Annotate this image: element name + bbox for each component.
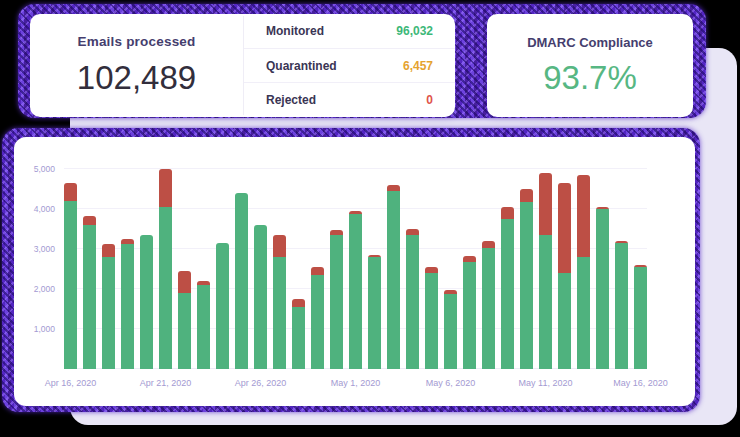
glitch-border-top: Emails processed 102,489 Monitored 96,03… <box>18 4 706 118</box>
bar-segment-monitored <box>197 285 210 369</box>
stacked-bar <box>197 281 210 369</box>
bar-segment-quarantined <box>178 271 191 293</box>
stacked-bar <box>254 225 267 369</box>
bar-segment-monitored <box>615 243 628 369</box>
bar-segment-monitored <box>83 225 96 369</box>
stacked-bar <box>83 216 96 369</box>
bar-segment-quarantined <box>159 169 172 207</box>
x-axis-tick-label: May 1, 2020 <box>331 378 381 388</box>
bar-segment-monitored <box>520 202 533 369</box>
dmarc-compliance-label: DMARC Compliance <box>527 35 653 50</box>
emails-processed-value: 102,489 <box>77 59 196 97</box>
quarantined-value: 6,457 <box>403 59 433 73</box>
stacked-bar <box>482 241 495 369</box>
stacked-bar <box>349 211 362 369</box>
x-axis-tick-label: May 16, 2020 <box>613 378 668 388</box>
bar-segment-monitored <box>121 244 134 369</box>
bar-segment-monitored <box>558 273 571 369</box>
y-axis-tick-label: 1,000 <box>34 324 55 334</box>
stacked-bar <box>178 271 191 369</box>
x-axis-tick-label: Apr 21, 2020 <box>140 378 192 388</box>
stacked-bar <box>121 239 134 369</box>
bar-segment-monitored <box>311 275 324 369</box>
bar-segment-quarantined <box>501 207 514 219</box>
stacked-bar <box>235 193 248 369</box>
dashboard: Emails processed 102,489 Monitored 96,03… <box>0 0 740 437</box>
stacked-bar <box>140 235 153 369</box>
bar-segment-quarantined <box>311 267 324 275</box>
bar-segment-monitored <box>254 225 267 369</box>
bar-segment-monitored <box>634 267 647 369</box>
bar-segment-monitored <box>387 191 400 369</box>
y-axis-tick-label: 5,000 <box>34 164 55 174</box>
bar-segment-quarantined <box>558 183 571 273</box>
chart-plot: 1,0002,0003,0004,0005,000Apr 16, 2020Apr… <box>64 159 647 369</box>
bar-segment-quarantined <box>273 235 286 257</box>
stacked-bar <box>273 235 286 369</box>
bar-segment-quarantined <box>102 244 115 257</box>
bar-segment-monitored <box>482 248 495 369</box>
quarantined-row: Quarantined 6,457 <box>244 48 455 83</box>
stacked-bar <box>368 255 381 369</box>
bar-segment-monitored <box>216 243 229 369</box>
bar-segment-monitored <box>577 257 590 369</box>
stacked-bar <box>406 229 419 369</box>
bar-segment-monitored <box>273 257 286 369</box>
stacked-bar <box>292 299 305 369</box>
x-axis-tick-label: Apr 26, 2020 <box>235 378 287 388</box>
emails-processed-label: Emails processed <box>77 34 195 49</box>
stacked-bar <box>558 183 571 369</box>
rejected-value: 0 <box>426 93 433 107</box>
bar-segment-monitored <box>406 235 419 369</box>
y-axis-tick-label: 4,000 <box>34 204 55 214</box>
bar-segment-quarantined <box>482 241 495 248</box>
bar-segment-quarantined <box>64 183 77 201</box>
monitored-value: 96,032 <box>396 24 433 38</box>
bar-segment-monitored <box>178 293 191 369</box>
bar-segment-monitored <box>140 235 153 369</box>
y-axis-tick-label: 2,000 <box>34 284 55 294</box>
monitored-row: Monitored 96,032 <box>244 14 455 48</box>
stacked-bar <box>102 244 115 369</box>
glitch-border-chart: 1,0002,0003,0004,0005,000Apr 16, 2020Apr… <box>2 128 700 412</box>
bar-segment-monitored <box>102 257 115 369</box>
email-breakdown-list: Monitored 96,032 Quarantined 6,457 Rejec… <box>244 14 455 117</box>
stacked-bar <box>311 267 324 369</box>
stacked-bar <box>444 290 457 369</box>
gridline <box>64 168 647 169</box>
bar-segment-monitored <box>444 294 457 369</box>
bar-segment-monitored <box>349 214 362 369</box>
email-volume-chart-card: 1,0002,0003,0004,0005,000Apr 16, 2020Apr… <box>14 137 695 406</box>
bar-segment-monitored <box>425 273 438 369</box>
bar-segment-quarantined <box>520 189 533 202</box>
stacked-bar <box>387 185 400 369</box>
stacked-bar <box>596 207 609 369</box>
bar-segment-quarantined <box>539 173 552 235</box>
stacked-bar <box>634 265 647 369</box>
bar-segment-monitored <box>596 209 609 369</box>
stacked-bar <box>501 207 514 369</box>
stacked-bar <box>520 189 533 369</box>
bar-segment-monitored <box>463 262 476 369</box>
stacked-bar <box>463 256 476 369</box>
bar-segment-monitored <box>159 207 172 369</box>
email-stats-card: Emails processed 102,489 Monitored 96,03… <box>30 14 455 117</box>
quarantined-label: Quarantined <box>266 59 337 73</box>
x-axis-tick-label: May 6, 2020 <box>426 378 476 388</box>
stacked-bar <box>330 230 343 369</box>
bar-segment-monitored <box>368 257 381 369</box>
dmarc-compliance-value: 93.7% <box>543 59 637 97</box>
stacked-bar <box>615 241 628 369</box>
emails-processed-panel: Emails processed 102,489 <box>30 14 243 117</box>
y-axis-tick-label: 3,000 <box>34 244 55 254</box>
x-axis-tick-label: Apr 16, 2020 <box>45 378 97 388</box>
bar-segment-monitored <box>64 201 77 369</box>
bar-segment-monitored <box>292 307 305 369</box>
stacked-bar <box>425 267 438 369</box>
dmarc-compliance-card: DMARC Compliance 93.7% <box>487 14 693 117</box>
stacked-bar <box>64 183 77 369</box>
bar-segment-monitored <box>539 235 552 369</box>
bar-segment-monitored <box>501 219 514 369</box>
rejected-row: Rejected 0 <box>244 82 455 117</box>
bar-segment-monitored <box>330 235 343 369</box>
